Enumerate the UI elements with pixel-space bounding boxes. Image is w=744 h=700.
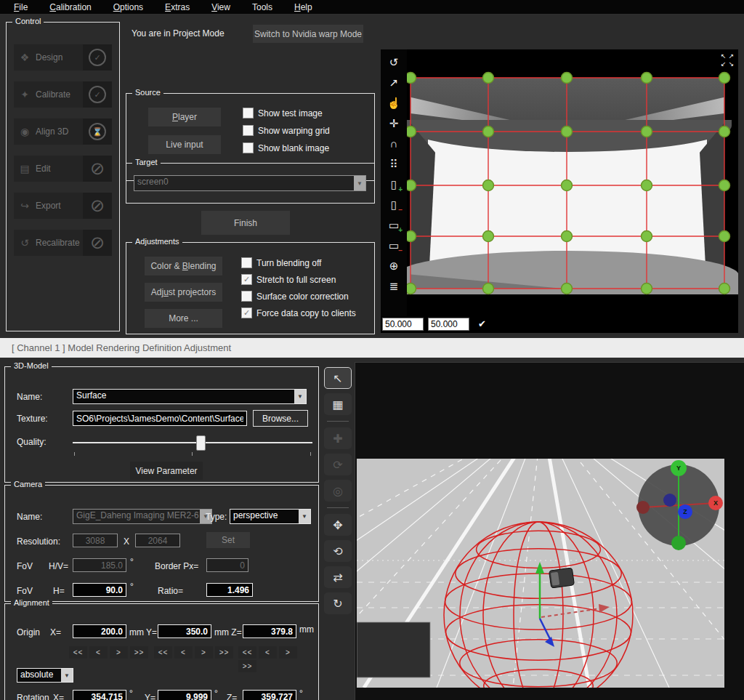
control-button-recalibrate[interactable]: ↺Recalibrate⊘: [14, 230, 112, 256]
adjustments-checkbox-0[interactable]: Turn blending off: [241, 257, 321, 268]
origin-x-step-fwd-fast[interactable]: >>: [130, 646, 148, 659]
origin-x-input[interactable]: [73, 624, 126, 638]
quad-view-icon[interactable]: ▦: [324, 393, 352, 415]
warp-grid-point[interactable]: [407, 126, 416, 137]
checkbox-unchecked[interactable]: [241, 257, 252, 268]
checkbox-unchecked[interactable]: [243, 108, 254, 118]
checkbox-checked[interactable]: ✓: [241, 274, 252, 285]
chevron-down-icon[interactable]: ▼: [61, 669, 73, 682]
menu-item-extras[interactable]: Extras: [154, 2, 201, 12]
grid-points-icon[interactable]: ⠿: [384, 155, 403, 173]
chevron-down-icon[interactable]: ▼: [299, 510, 310, 523]
quality-slider-thumb[interactable]: [196, 435, 206, 451]
warp-grid-point[interactable]: [719, 180, 730, 191]
origin-x-step-back[interactable]: <: [89, 646, 108, 659]
checkbox-unchecked[interactable]: [241, 291, 252, 302]
warp-grid-point[interactable]: [719, 283, 730, 294]
menu-item-options[interactable]: Options: [102, 2, 154, 12]
pointer-icon[interactable]: ↗: [384, 73, 403, 92]
orbit-view-icon[interactable]: ↻: [324, 592, 352, 614]
control-button-design[interactable]: ❖Design✓: [14, 44, 112, 71]
warp-grid-point[interactable]: [642, 180, 652, 191]
model-name-select[interactable]: Surface ▼: [73, 389, 307, 404]
warp-grid-point[interactable]: [483, 73, 494, 84]
player-button[interactable]: Player: [148, 108, 221, 126]
origin-z-step-fwd-fast[interactable]: >>: [238, 660, 256, 672]
alignment-mode-select[interactable]: absolute ▼: [17, 668, 73, 683]
chevron-down-icon[interactable]: ▼: [294, 390, 306, 403]
menu-item-calibration[interactable]: Calibration: [39, 2, 102, 12]
fullscreen-expand-icon[interactable]: ↖↗ ↙↘: [719, 52, 735, 68]
origin-x-step-fwd[interactable]: >: [110, 646, 128, 659]
checkbox-unchecked[interactable]: [243, 125, 254, 136]
pan-view-icon[interactable]: ✥: [324, 514, 352, 536]
warp-grid-point[interactable]: [719, 73, 730, 84]
warp-grid-point[interactable]: [562, 231, 573, 242]
warp-grid-point[interactable]: [719, 126, 730, 137]
menu-item-tools[interactable]: Tools: [241, 2, 283, 12]
undo-icon[interactable]: ↺: [384, 53, 403, 71]
camera-type-select[interactable]: perspective ▼: [230, 509, 311, 524]
warp-grid-point[interactable]: [642, 283, 652, 294]
select-tool-icon[interactable]: ↖: [324, 367, 352, 389]
view-parameter-button[interactable]: View Parameter: [130, 462, 203, 480]
add-column-icon[interactable]: ▯+: [384, 175, 403, 193]
switch-nvidia-warp-button[interactable]: Switch to Nvidia warp Mode: [253, 25, 363, 43]
origin-z-step-back-fast[interactable]: <<: [238, 646, 256, 659]
rotation-x-input[interactable]: [73, 690, 126, 700]
texture-path-input[interactable]: [73, 411, 247, 426]
origin-x-step-back-fast[interactable]: <<: [69, 646, 87, 659]
control-button-align-3d[interactable]: ◉Align 3D⌛: [14, 118, 112, 145]
grid-value-x-input[interactable]: [382, 318, 424, 331]
quality-slider-track[interactable]: [73, 442, 312, 443]
target-select[interactable]: screen0 ▼: [134, 175, 366, 191]
apply-check-icon[interactable]: ✔: [478, 318, 486, 329]
viewport-3d[interactable]: YXZ: [355, 362, 744, 700]
menu-item-file[interactable]: File: [3, 2, 39, 12]
warp-grid-point[interactable]: [483, 126, 494, 137]
more-button[interactable]: More ...: [145, 309, 222, 328]
warp-grid-point[interactable]: [642, 73, 652, 84]
origin-z-step-fwd[interactable]: >: [279, 646, 297, 659]
scene-area[interactable]: YXZ: [357, 459, 724, 688]
globe-icon[interactable]: ⊕: [384, 257, 403, 275]
origin-z-input[interactable]: [243, 624, 296, 638]
menu-item-view[interactable]: View: [201, 2, 241, 12]
warp-grid-point[interactable]: [562, 126, 573, 137]
warp-grid-point[interactable]: [562, 73, 573, 84]
rotation-z-input[interactable]: [243, 690, 296, 700]
finish-button[interactable]: Finish: [201, 211, 290, 235]
control-button-export[interactable]: ↪Export⊘: [14, 193, 112, 219]
rotation-y-input[interactable]: [158, 690, 211, 700]
adjustments-checkbox-2[interactable]: Surface color correction: [241, 291, 349, 302]
rotate-view-icon[interactable]: ⟲: [324, 540, 352, 562]
list-icon[interactable]: ≣: [384, 277, 403, 295]
warp-grid-point[interactable]: [642, 231, 652, 242]
origin-y-step-fwd-fast[interactable]: >>: [215, 646, 233, 659]
warp-grid-point[interactable]: [407, 283, 416, 294]
adjust-projectors-button[interactable]: Adjust projectors: [145, 283, 222, 302]
origin-y-step-back[interactable]: <: [174, 646, 193, 659]
checkbox-checked[interactable]: ✓: [241, 307, 252, 318]
warp-grid-point[interactable]: [642, 126, 652, 137]
chevron-down-icon[interactable]: ▼: [354, 176, 365, 190]
warp-grid-point[interactable]: [407, 73, 416, 84]
remove-column-icon[interactable]: ▯−: [384, 196, 403, 214]
pan-hand-icon[interactable]: ☝: [384, 94, 403, 112]
source-checkbox-1[interactable]: Show warping grid: [243, 125, 330, 136]
warp-grid-point[interactable]: [407, 231, 416, 242]
add-row-icon[interactable]: ▭+: [384, 216, 403, 234]
color-blending-button[interactable]: Color & Blending: [145, 257, 222, 275]
adjustments-checkbox-3[interactable]: ✓Force data copy to clients: [241, 307, 356, 318]
arc-tool-icon[interactable]: ∩: [384, 134, 403, 153]
menu-item-help[interactable]: Help: [283, 2, 323, 12]
adjustments-checkbox-1[interactable]: ✓Stretch to full screen: [241, 274, 336, 285]
set-button[interactable]: Set: [206, 532, 250, 548]
warp-grid-point[interactable]: [483, 283, 494, 294]
camera-image-view[interactable]: ↖↗ ↙↘: [407, 49, 738, 316]
origin-y-input[interactable]: [158, 624, 211, 638]
warp-grid-point[interactable]: [483, 180, 494, 191]
source-checkbox-2[interactable]: Show blank image: [243, 142, 329, 153]
checkbox-unchecked[interactable]: [243, 142, 254, 153]
warp-grid-point[interactable]: [562, 180, 573, 191]
